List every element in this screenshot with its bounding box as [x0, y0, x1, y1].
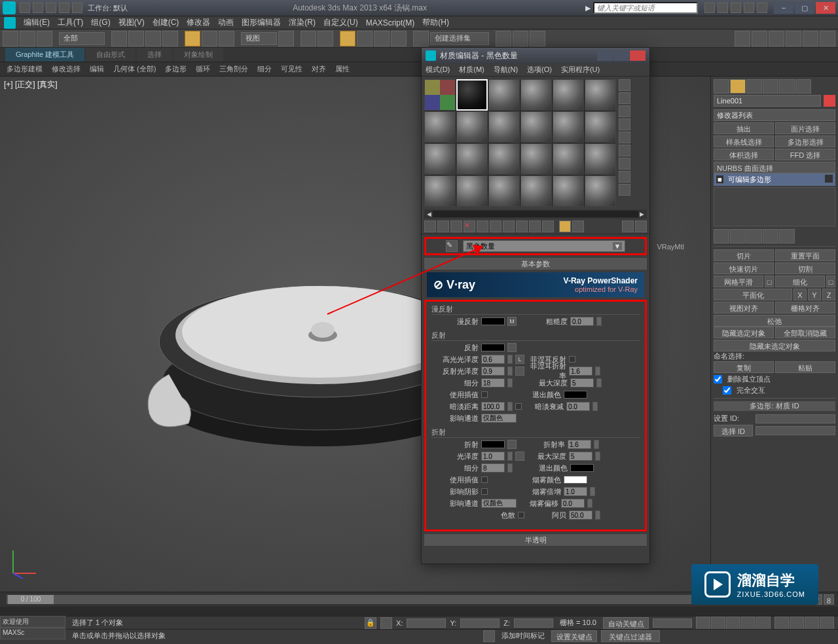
snap-percent-icon[interactable] [374, 31, 390, 46]
y-field[interactable] [460, 618, 500, 628]
add-time-label[interactable]: 添加时间标记 [499, 631, 547, 641]
dim-dist-check[interactable] [515, 403, 522, 410]
mat-slot[interactable] [585, 111, 616, 143]
background-icon[interactable] [619, 105, 630, 117]
refl-maxdepth-spinner[interactable]: 5 [570, 378, 594, 387]
go-sibling-icon[interactable] [572, 221, 584, 232]
keymode-dropdown[interactable] [653, 618, 692, 628]
stack-remove-icon[interactable] [763, 229, 778, 243]
pick-mat-icon[interactable] [622, 221, 634, 232]
mat-minimize-button[interactable] [597, 50, 613, 61]
mat-slot[interactable] [488, 143, 520, 175]
nav-orbit-icon[interactable] [805, 617, 819, 630]
ref-coord-dropdown[interactable]: 视图 [241, 32, 277, 45]
recent-icon[interactable] [704, 3, 715, 13]
options-icon[interactable] [619, 158, 630, 170]
roughness-spinner[interactable]: 0.0 [570, 317, 594, 326]
redo-icon[interactable] [72, 3, 82, 13]
ribbon-tab-graphite[interactable]: Graphite 建模工具 [5, 48, 84, 62]
ribbon-tab-objpaint[interactable]: 对象绘制 [173, 48, 223, 62]
mat-slot[interactable] [488, 79, 520, 111]
put-mat-icon[interactable] [437, 221, 449, 232]
cmd-tab-display[interactable] [779, 79, 795, 94]
snap-2d-icon[interactable] [340, 31, 355, 46]
mat-slot[interactable] [553, 79, 584, 111]
x-field[interactable] [407, 618, 446, 628]
goto-start-icon[interactable] [696, 617, 710, 630]
btn-copy[interactable]: 复制 [714, 361, 774, 373]
setkey-button[interactable]: 设置关键点 [551, 630, 597, 642]
exchange-icon[interactable] [731, 3, 741, 13]
render-icon[interactable] [820, 31, 835, 46]
affect-shadow-check[interactable] [481, 488, 488, 495]
fog-mult-spinner[interactable]: 1.0 [564, 487, 587, 496]
rib-loop[interactable]: 循环 [192, 63, 214, 75]
chk-deliso[interactable] [714, 375, 722, 384]
refl-interp-check[interactable] [481, 391, 488, 398]
selid-field[interactable] [756, 426, 835, 435]
material-editor-icon[interactable] [769, 31, 784, 46]
minimize-button[interactable]: − [774, 2, 793, 14]
btn-quickslice[interactable]: 快速切片 [714, 262, 774, 274]
refr-exit-swatch[interactable] [570, 464, 594, 472]
prev-frame-icon[interactable] [711, 617, 725, 630]
make-copy-icon[interactable] [477, 221, 488, 232]
reflect-swatch[interactable] [481, 344, 505, 351]
show-end-icon[interactable] [542, 221, 554, 232]
menu-modifiers[interactable]: 修改器 [187, 17, 210, 28]
cmd-tab-motion[interactable] [763, 79, 778, 94]
rib-poly[interactable]: 多边形 [161, 63, 191, 75]
ribbon-tab-freeform[interactable]: 自由形式 [86, 48, 136, 62]
pivot-icon[interactable] [278, 31, 294, 46]
btn-planar[interactable]: 平面化 [714, 289, 792, 300]
render-setup-icon[interactable] [786, 31, 801, 46]
matid-icon[interactable] [516, 221, 528, 232]
btn-splinesel[interactable]: 样条线选择 [714, 135, 774, 147]
page-btn[interactable]: 8 [824, 594, 834, 605]
mat-menu-mode[interactable]: 模式(D) [426, 65, 450, 75]
rib-props[interactable]: 属性 [331, 63, 354, 75]
rib-edit[interactable]: 编辑 [86, 63, 108, 75]
cmd-tab-util[interactable] [795, 79, 811, 94]
select-icon[interactable] [111, 31, 127, 46]
object-color-swatch[interactable] [824, 95, 835, 107]
mat-menu-opt[interactable]: 选项(O) [527, 65, 552, 75]
scale-icon[interactable] [219, 31, 234, 46]
menu-grapheditors[interactable]: 图形编辑器 [242, 17, 281, 28]
rib-align[interactable]: 对齐 [308, 63, 330, 75]
btn-slice[interactable]: 切片 [714, 249, 774, 261]
dim-falloff-spinner[interactable]: 0.0 [566, 402, 590, 411]
btn-relax[interactable]: 松弛 [714, 315, 835, 327]
btn-unhide[interactable]: 全部取消隐藏 [775, 327, 835, 338]
mat-slot[interactable] [456, 143, 488, 175]
sample-type-icon[interactable] [619, 79, 630, 91]
go-parent-icon[interactable] [559, 221, 571, 232]
rib-subdiv[interactable]: 细分 [253, 63, 276, 75]
render-frame-icon[interactable] [803, 31, 818, 46]
btn-resetplane[interactable]: 重置平面 [775, 249, 835, 261]
btn-y[interactable]: Y [808, 289, 821, 300]
menu-create[interactable]: 创建(C) [153, 17, 179, 28]
rollout-polymatid[interactable]: 多边形: 材质 ID [714, 401, 835, 411]
refr-interp-check[interactable] [481, 476, 488, 483]
layers-icon[interactable] [530, 31, 545, 46]
stack-pin-icon[interactable] [714, 229, 729, 243]
mat-slot[interactable] [456, 111, 488, 143]
btn-volsel[interactable]: 体积选择 [714, 149, 774, 160]
show-map-icon[interactable] [529, 221, 541, 232]
mat-close-button[interactable] [630, 50, 646, 61]
fog-color-swatch[interactable] [564, 476, 587, 484]
btn-cut[interactable]: 切割 [775, 262, 835, 274]
btn-viewalign[interactable]: 视图对齐 [714, 302, 774, 313]
save-icon[interactable] [46, 3, 56, 13]
mat-slot[interactable] [585, 175, 616, 207]
rollout-translucency[interactable]: 半透明 [425, 535, 646, 545]
curve-editor-icon[interactable] [735, 31, 750, 46]
mat-map-nav-icon[interactable] [619, 184, 630, 196]
mat-menu-util[interactable]: 实用程序(U) [561, 65, 600, 75]
btn-paste[interactable]: 粘贴 [775, 361, 835, 373]
btn-ffdsel[interactable]: FFD 选择 [775, 149, 835, 160]
btn-z[interactable]: Z [822, 289, 835, 300]
refl-exit-swatch[interactable] [564, 391, 587, 399]
workspace-label[interactable]: 工作台: 默认 [88, 3, 128, 13]
